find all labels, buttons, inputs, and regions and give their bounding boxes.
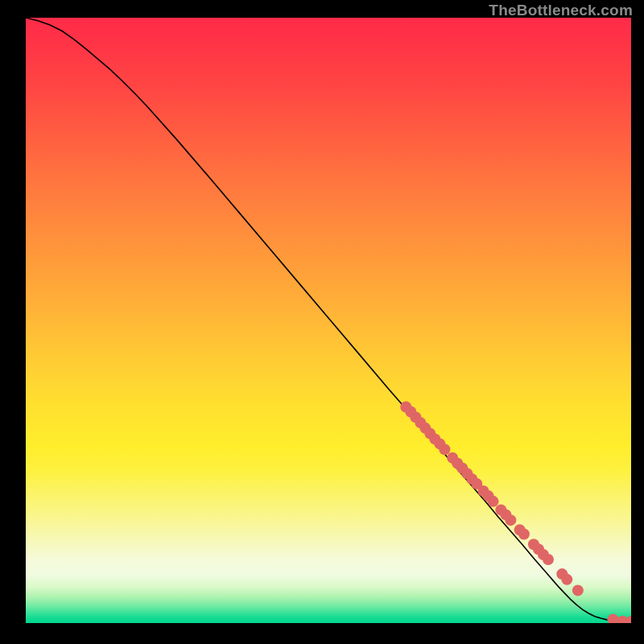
plot-area	[26, 18, 631, 623]
chart-overlay	[26, 18, 631, 623]
data-point	[561, 574, 572, 585]
attribution-label: TheBottleneck.com	[489, 2, 633, 19]
data-point	[505, 514, 516, 526]
data-point	[518, 528, 530, 539]
chart-stage: TheBottleneck.com	[0, 0, 644, 644]
data-point	[488, 496, 499, 507]
data-point	[543, 554, 554, 565]
curve-line	[26, 18, 631, 621]
data-point	[439, 444, 450, 455]
data-point	[572, 584, 584, 596]
marker-group	[400, 402, 631, 623]
data-point	[607, 613, 618, 623]
